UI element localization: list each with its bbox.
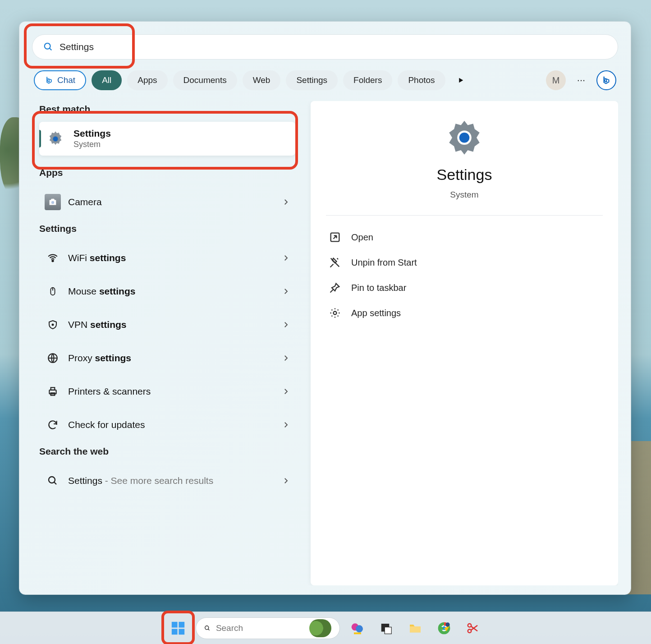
taskbar-app-snipping[interactable] (462, 617, 484, 639)
result-title: Proxy settings (68, 353, 131, 363)
preview-column: Settings System Open Unpin from Start Pi… (311, 101, 618, 585)
svg-line-14 (54, 482, 56, 484)
copilot-icon (350, 621, 365, 635)
result-title: Camera (68, 197, 102, 207)
action-label: App settings (351, 308, 401, 318)
refresh-icon (45, 417, 61, 433)
avatar-letter: M (552, 75, 560, 86)
start-button[interactable] (167, 617, 189, 639)
svg-point-4 (51, 201, 54, 204)
bing-icon (601, 75, 611, 85)
result-title: Mouse settings (68, 286, 135, 297)
result-wifi-settings[interactable]: WiFi settings (39, 241, 295, 275)
shield-icon (45, 317, 61, 333)
taskbar-app-taskview[interactable] (375, 617, 398, 639)
result-title: Settings - See more search results (68, 475, 213, 486)
action-app-settings[interactable]: App settings (326, 300, 603, 326)
chip-apps[interactable]: Apps (127, 70, 167, 90)
start-search-panel: Chat All Apps Documents Web Settings Fol… (19, 21, 631, 595)
chip-settings[interactable]: Settings (286, 70, 338, 90)
chip-chat[interactable]: Chat (34, 70, 86, 90)
action-open[interactable]: Open (326, 225, 603, 250)
chip-label: All (102, 75, 111, 85)
preview-subtitle: System (450, 190, 478, 200)
result-mouse-settings[interactable]: Mouse settings (39, 275, 295, 308)
play-icon (457, 76, 465, 84)
chip-label: Documents (183, 75, 227, 85)
search-field[interactable] (32, 34, 618, 60)
user-avatar[interactable]: M (546, 70, 566, 90)
chevron-right-icon (282, 421, 290, 429)
bing-chat-button[interactable] (596, 70, 616, 90)
search-input[interactable] (60, 41, 607, 52)
svg-point-13 (49, 477, 55, 483)
unpin-icon (329, 256, 341, 269)
chip-label: Web (253, 75, 270, 85)
best-match-title: Settings (73, 128, 111, 139)
mouse-icon (45, 283, 61, 299)
action-pin-taskbar[interactable]: Pin to taskbar (326, 275, 603, 300)
windows-icon (170, 621, 186, 636)
section-apps: Apps (39, 167, 295, 178)
svg-line-24 (208, 629, 210, 630)
pin-icon (329, 281, 341, 294)
svg-rect-11 (51, 387, 55, 390)
svg-rect-20 (179, 621, 184, 627)
more-menu[interactable]: ··· (571, 70, 591, 90)
svg-rect-22 (179, 629, 184, 635)
taskbar-search-input[interactable] (216, 623, 304, 633)
chip-folders[interactable]: Folders (343, 70, 392, 90)
result-printers-scanners[interactable]: Printers & scanners (39, 375, 295, 408)
result-proxy-settings[interactable]: Proxy settings (39, 341, 295, 375)
taskbar (0, 612, 651, 644)
taskbar-app-chrome[interactable] (433, 617, 455, 639)
filter-more-arrow[interactable] (451, 70, 471, 90)
svg-point-23 (205, 626, 209, 629)
chip-all[interactable]: All (92, 70, 122, 90)
svg-line-1 (50, 48, 52, 51)
bing-icon (45, 76, 54, 85)
svg-point-16 (459, 133, 470, 143)
svg-point-5 (52, 260, 53, 262)
chip-label: Photos (408, 75, 435, 85)
result-camera[interactable]: Camera (39, 185, 295, 219)
result-title: Check for updates (68, 419, 145, 430)
result-title: Printers & scanners (68, 386, 151, 397)
section-search-web: Search the web (39, 446, 295, 457)
chip-web[interactable]: Web (243, 70, 281, 90)
result-title: VPN settings (68, 319, 127, 330)
gear-icon (329, 307, 341, 319)
chip-photos[interactable]: Photos (398, 70, 445, 90)
action-unpin-start[interactable]: Unpin from Start (326, 250, 603, 275)
chevron-right-icon (282, 287, 290, 295)
globe-icon (45, 350, 61, 366)
camera-icon (45, 194, 61, 210)
result-vpn-settings[interactable]: VPN settings (39, 308, 295, 341)
preview-header: Settings System (326, 119, 603, 216)
section-best-match: Best match (39, 104, 295, 115)
taskbar-search[interactable] (196, 617, 340, 639)
svg-point-34 (445, 622, 449, 626)
chevron-right-icon (282, 321, 290, 329)
taskbar-app-copilot[interactable] (346, 617, 369, 639)
action-label: Pin to taskbar (351, 283, 406, 293)
result-check-updates[interactable]: Check for updates (39, 408, 295, 442)
taskbar-app-explorer[interactable] (404, 617, 426, 639)
filter-row: Chat All Apps Documents Web Settings Fol… (32, 70, 618, 90)
result-title: WiFi settings (68, 253, 126, 263)
results-column: Best match Settings System Apps Camera (32, 101, 303, 585)
result-web-settings[interactable]: Settings - See more search results (39, 464, 295, 497)
best-match-result[interactable]: Settings System (39, 122, 295, 156)
svg-point-0 (45, 43, 50, 49)
search-row (32, 34, 618, 60)
taskbar-search-highlight (309, 619, 331, 637)
chip-label: Settings (296, 75, 327, 85)
svg-rect-27 (354, 632, 361, 634)
chevron-right-icon (282, 254, 290, 262)
printer-icon (45, 383, 61, 400)
gear-icon (46, 130, 64, 148)
svg-point-26 (356, 625, 363, 632)
chip-label: Apps (138, 75, 157, 85)
svg-rect-19 (172, 621, 178, 627)
chip-documents[interactable]: Documents (173, 70, 237, 90)
